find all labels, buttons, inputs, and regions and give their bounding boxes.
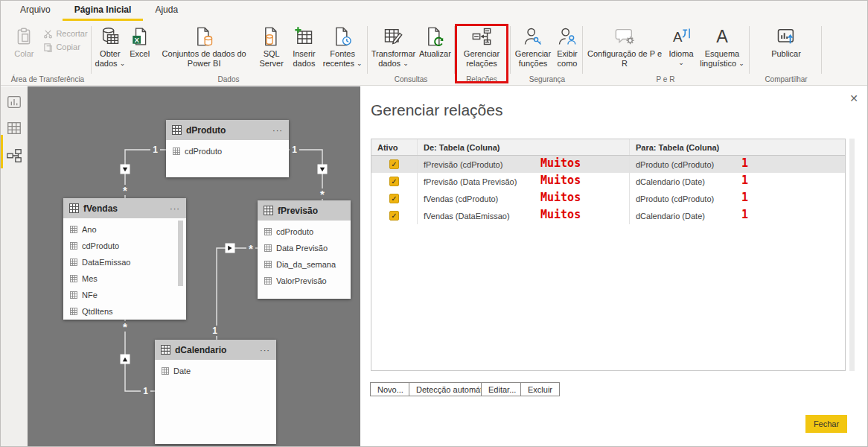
- tab-arquivo[interactable]: Arquivo: [8, 1, 63, 21]
- database-grid-icon: [100, 25, 121, 48]
- close-icon[interactable]: ✕: [846, 91, 861, 106]
- manage-roles-button[interactable]: Gerenciar funções: [514, 23, 552, 68]
- cardinality-one: 1: [212, 326, 217, 336]
- recent-sources-button[interactable]: Fontes recentes ⌄: [322, 23, 363, 68]
- paste-label: Colar: [14, 49, 33, 59]
- field-item[interactable]: Date: [155, 363, 276, 379]
- enter-data-button[interactable]: Inserir dados: [288, 23, 321, 68]
- tab-pagina-inicial[interactable]: Página Inicial: [63, 1, 144, 21]
- relationship-line[interactable]: [125, 150, 166, 198]
- language-button[interactable]: A Idioma ⌄: [665, 23, 698, 67]
- check-icon: ✓: [391, 177, 397, 186]
- field-item[interactable]: Mes: [63, 270, 186, 287]
- excel-button[interactable]: X Excel: [128, 23, 152, 59]
- table-scrollbar[interactable]: [178, 221, 183, 286]
- table-header[interactable]: fVendas ···: [63, 198, 186, 218]
- ellipsis-icon[interactable]: ···: [260, 346, 270, 355]
- table-icon: [264, 206, 273, 215]
- field-name: ValorPrevisão: [276, 276, 327, 285]
- publish-button[interactable]: Publicar: [765, 23, 807, 59]
- relationship-line[interactable]: [289, 150, 322, 200]
- column-header-ativo: Ativo: [371, 139, 418, 155]
- many-annotation: Muitos: [540, 191, 581, 204]
- ellipsis-icon[interactable]: ···: [170, 204, 180, 213]
- data-view-icon[interactable]: [6, 120, 22, 136]
- manage-relationships-button[interactable]: Gerenciar relações: [459, 23, 505, 68]
- field-item[interactable]: NFe: [63, 287, 186, 303]
- enter-data-label: Inserir dados: [288, 49, 321, 68]
- qa-setup-button[interactable]: Configuração de P e R: [586, 23, 663, 68]
- cut-button[interactable]: Recortar: [43, 29, 87, 39]
- relationship-row[interactable]: ✓ fPrevisão (cdProduto)Muitos dProduto (…: [371, 156, 845, 173]
- report-view-icon[interactable]: [6, 94, 22, 110]
- ribbon: Arquivo Página Inicial Ajuda Colar: [1, 1, 867, 86]
- field-item[interactable]: ValorPrevisão: [258, 273, 351, 289]
- get-data-button[interactable]: Obter dados ⌄: [94, 23, 127, 68]
- group-label-queries: Consultas: [370, 75, 452, 83]
- active-checkbox[interactable]: ✓: [389, 177, 399, 186]
- ribbon-separator: [91, 26, 92, 74]
- manage-relationships-icon: [471, 25, 492, 48]
- cardinality-one: 1: [153, 145, 158, 155]
- active-checkbox[interactable]: ✓: [389, 211, 399, 221]
- model-canvas[interactable]: 1 1 1 1 * * * * dProduto ··· cdProduto: [28, 86, 360, 447]
- publish-label: Publicar: [771, 49, 801, 59]
- active-checkbox[interactable]: ✓: [389, 159, 399, 169]
- copy-button[interactable]: Copiar: [43, 42, 87, 52]
- field-item[interactable]: DataEmissao: [63, 254, 186, 270]
- edit-button[interactable]: Editar...: [481, 382, 523, 396]
- field-icon: [70, 259, 77, 266]
- tab-ajuda[interactable]: Ajuda: [143, 1, 190, 21]
- new-button[interactable]: Novo...: [370, 382, 411, 396]
- ellipsis-icon[interactable]: ···: [272, 126, 283, 135]
- chevron-down-icon: ⌄: [403, 60, 409, 67]
- diagram-table-fvendas[interactable]: fVendas ··· Ano cdProduto DataEmissao: [63, 198, 186, 320]
- field-item[interactable]: cdProduto: [63, 238, 186, 254]
- linguistic-schema-button[interactable]: A Esquema linguístico ⌄: [699, 23, 745, 68]
- field-item[interactable]: Dia_da_semana: [258, 256, 351, 273]
- diagram-table-dproduto[interactable]: dProduto ··· cdProduto: [166, 120, 289, 177]
- paste-button[interactable]: Colar: [10, 23, 37, 59]
- diagram-table-fprevisao[interactable]: fPrevisão cdProduto Data Previsão Dia_da…: [258, 200, 351, 299]
- table-header[interactable]: dCalendario ···: [155, 340, 276, 360]
- view-as-button[interactable]: Exibir como: [554, 23, 581, 68]
- ribbon-group-queries: Transformar dados ⌄ Atualizar Consultas: [370, 23, 452, 84]
- field-icon: [70, 308, 77, 315]
- field-item[interactable]: Data Previsão: [258, 240, 351, 256]
- field-item[interactable]: cdProduto: [258, 224, 351, 240]
- refresh-button[interactable]: Atualizar: [418, 23, 452, 59]
- field-item[interactable]: QtdItens: [63, 303, 186, 320]
- svg-text:A: A: [673, 29, 683, 45]
- dialog-scrollbar[interactable]: [849, 139, 855, 371]
- language-label: Idioma: [668, 49, 693, 58]
- qa-setup-label: Configuração de P e R: [586, 49, 663, 68]
- field-item[interactable]: Ano: [63, 221, 186, 238]
- table-icon: [172, 125, 182, 135]
- relationship-row[interactable]: ✓ fVendas (cdProduto)Muitos dProduto (cd…: [371, 190, 845, 207]
- sql-server-button[interactable]: SQL Server: [257, 23, 287, 68]
- transform-data-button[interactable]: Transformar dados ⌄: [370, 23, 417, 68]
- group-label-data: Dados: [94, 75, 363, 83]
- table-header[interactable]: dProduto ···: [166, 120, 289, 140]
- active-checkbox[interactable]: ✓: [389, 194, 399, 203]
- chevron-down-icon: ⌄: [678, 59, 684, 66]
- one-annotation: 1: [741, 156, 748, 170]
- field-icon: [264, 261, 272, 268]
- to-column: dCalendario (Date): [636, 177, 705, 186]
- field-item[interactable]: cdProduto: [166, 143, 289, 159]
- relationship-line[interactable]: [217, 248, 258, 340]
- pbi-datasets-button[interactable]: Conjuntos de dados do Power BI: [153, 23, 255, 68]
- diagram-table-dcalendario[interactable]: dCalendario ··· Date: [155, 340, 276, 444]
- model-view-icon[interactable]: [6, 148, 22, 164]
- person-key-icon: [523, 25, 543, 48]
- group-label-security: Segurança: [513, 75, 581, 83]
- relationship-row[interactable]: ✓ fVendas (DataEmissao)Muitos dCalendari…: [371, 207, 845, 224]
- table-name: fPrevisão: [278, 206, 318, 216]
- table-header[interactable]: fPrevisão: [258, 200, 351, 221]
- file-clock-icon: [332, 25, 353, 48]
- relationship-row[interactable]: ✓ fPrevisão (Data Previsão)Muitos dCalen…: [371, 173, 845, 190]
- many-annotation: Muitos: [540, 174, 581, 187]
- close-button[interactable]: Fechar: [805, 415, 847, 433]
- delete-button[interactable]: Excluir: [520, 382, 560, 396]
- scissors-icon: [43, 29, 53, 39]
